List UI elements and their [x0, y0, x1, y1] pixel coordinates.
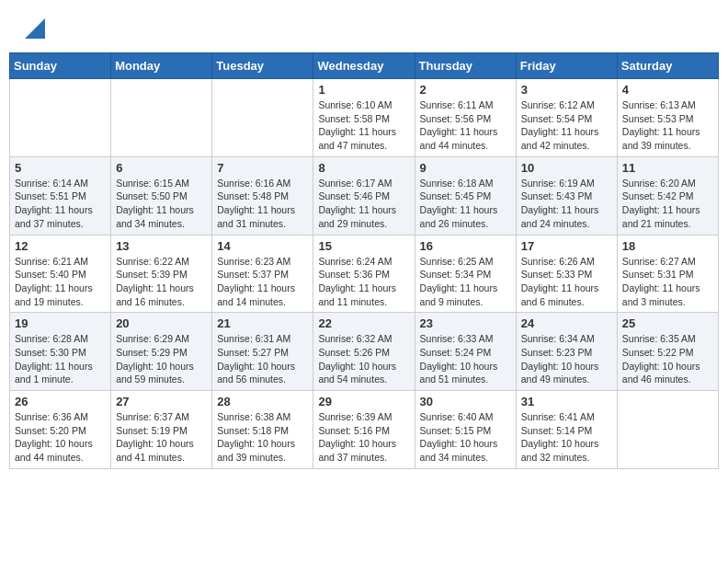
day-info: Sunrise: 6:14 AM Sunset: 5:51 PM Dayligh…	[15, 177, 106, 231]
calendar-day-13: 13Sunrise: 6:22 AM Sunset: 5:39 PM Dayli…	[111, 235, 212, 313]
calendar-day-3: 3Sunrise: 6:12 AM Sunset: 5:54 PM Daylig…	[516, 79, 617, 157]
svg-marker-0	[25, 18, 45, 39]
day-number: 14	[217, 239, 308, 253]
day-info: Sunrise: 6:13 AM Sunset: 5:53 PM Dayligh…	[622, 98, 713, 153]
calendar-header-row: SundayMondayTuesdayWednesdayThursdayFrid…	[10, 53, 719, 79]
day-info: Sunrise: 6:20 AM Sunset: 5:42 PM Dayligh…	[622, 177, 713, 231]
day-number: 1	[318, 83, 409, 97]
calendar-day-17: 17Sunrise: 6:26 AM Sunset: 5:33 PM Dayli…	[516, 235, 617, 313]
calendar-day-22: 22Sunrise: 6:32 AM Sunset: 5:26 PM Dayli…	[313, 313, 415, 391]
day-number: 13	[116, 239, 207, 253]
day-info: Sunrise: 6:21 AM Sunset: 5:40 PM Dayligh…	[15, 255, 106, 309]
day-number: 18	[622, 239, 713, 253]
calendar-day-2: 2Sunrise: 6:11 AM Sunset: 5:56 PM Daylig…	[415, 79, 516, 157]
weekday-header-saturday: Saturday	[617, 53, 718, 79]
day-number: 20	[116, 316, 207, 330]
weekday-header-sunday: Sunday	[10, 53, 111, 79]
logo-content	[23, 18, 45, 43]
day-number: 10	[521, 161, 612, 175]
day-number: 16	[420, 239, 511, 253]
day-info: Sunrise: 6:22 AM Sunset: 5:39 PM Dayligh…	[116, 255, 207, 309]
day-info: Sunrise: 6:39 AM Sunset: 5:16 PM Dayligh…	[318, 410, 409, 465]
day-number: 22	[318, 316, 409, 330]
calendar-day-12: 12Sunrise: 6:21 AM Sunset: 5:40 PM Dayli…	[10, 235, 111, 313]
calendar-day-8: 8Sunrise: 6:17 AM Sunset: 5:46 PM Daylig…	[313, 156, 415, 235]
calendar-empty-cell	[617, 391, 718, 469]
day-number: 30	[420, 395, 511, 408]
day-info: Sunrise: 6:11 AM Sunset: 5:56 PM Dayligh…	[420, 98, 511, 153]
logo	[23, 18, 45, 43]
calendar-day-29: 29Sunrise: 6:39 AM Sunset: 5:16 PM Dayli…	[313, 391, 415, 469]
day-number: 9	[420, 161, 511, 175]
calendar-day-11: 11Sunrise: 6:20 AM Sunset: 5:42 PM Dayli…	[617, 156, 718, 235]
day-number: 4	[622, 83, 713, 97]
logo-triangle-icon	[25, 18, 45, 39]
day-number: 19	[15, 316, 106, 330]
day-info: Sunrise: 6:32 AM Sunset: 5:26 PM Dayligh…	[318, 332, 409, 386]
calendar-week-row: 19Sunrise: 6:28 AM Sunset: 5:30 PM Dayli…	[10, 313, 719, 391]
day-info: Sunrise: 6:23 AM Sunset: 5:37 PM Dayligh…	[217, 255, 308, 309]
day-number: 24	[521, 316, 612, 330]
calendar-day-27: 27Sunrise: 6:37 AM Sunset: 5:19 PM Dayli…	[111, 391, 212, 469]
calendar-day-16: 16Sunrise: 6:25 AM Sunset: 5:34 PM Dayli…	[415, 235, 516, 313]
weekday-header-tuesday: Tuesday	[212, 53, 313, 79]
day-info: Sunrise: 6:26 AM Sunset: 5:33 PM Dayligh…	[521, 255, 612, 309]
calendar-week-row: 26Sunrise: 6:36 AM Sunset: 5:20 PM Dayli…	[10, 391, 719, 469]
calendar-day-7: 7Sunrise: 6:16 AM Sunset: 5:48 PM Daylig…	[212, 156, 313, 235]
day-info: Sunrise: 6:19 AM Sunset: 5:43 PM Dayligh…	[521, 177, 612, 231]
weekday-header-friday: Friday	[516, 53, 617, 79]
day-info: Sunrise: 6:18 AM Sunset: 5:45 PM Dayligh…	[420, 177, 511, 231]
calendar-day-18: 18Sunrise: 6:27 AM Sunset: 5:31 PM Dayli…	[617, 235, 718, 313]
calendar-day-4: 4Sunrise: 6:13 AM Sunset: 5:53 PM Daylig…	[617, 79, 718, 157]
day-number: 28	[217, 395, 308, 408]
calendar-day-24: 24Sunrise: 6:34 AM Sunset: 5:23 PM Dayli…	[516, 313, 617, 391]
day-info: Sunrise: 6:41 AM Sunset: 5:14 PM Dayligh…	[521, 410, 612, 465]
calendar-table: SundayMondayTuesdayWednesdayThursdayFrid…	[9, 52, 719, 469]
day-info: Sunrise: 6:34 AM Sunset: 5:23 PM Dayligh…	[521, 332, 612, 386]
calendar-week-row: 1Sunrise: 6:10 AM Sunset: 5:58 PM Daylig…	[10, 79, 719, 157]
weekday-header-wednesday: Wednesday	[313, 53, 415, 79]
calendar-day-10: 10Sunrise: 6:19 AM Sunset: 5:43 PM Dayli…	[516, 156, 617, 235]
calendar-day-23: 23Sunrise: 6:33 AM Sunset: 5:24 PM Dayli…	[415, 313, 516, 391]
calendar-day-25: 25Sunrise: 6:35 AM Sunset: 5:22 PM Dayli…	[617, 313, 718, 391]
day-info: Sunrise: 6:35 AM Sunset: 5:22 PM Dayligh…	[622, 332, 713, 386]
day-info: Sunrise: 6:31 AM Sunset: 5:27 PM Dayligh…	[217, 332, 308, 386]
day-number: 3	[521, 83, 612, 97]
day-info: Sunrise: 6:28 AM Sunset: 5:30 PM Dayligh…	[15, 332, 106, 386]
day-number: 26	[15, 395, 106, 408]
day-number: 21	[217, 316, 308, 330]
calendar-day-14: 14Sunrise: 6:23 AM Sunset: 5:37 PM Dayli…	[212, 235, 313, 313]
calendar-day-30: 30Sunrise: 6:40 AM Sunset: 5:15 PM Dayli…	[415, 391, 516, 469]
day-info: Sunrise: 6:29 AM Sunset: 5:29 PM Dayligh…	[116, 332, 207, 386]
day-number: 29	[318, 395, 409, 408]
day-number: 5	[15, 161, 106, 175]
day-number: 8	[318, 161, 409, 175]
calendar-day-26: 26Sunrise: 6:36 AM Sunset: 5:20 PM Dayli…	[10, 391, 111, 469]
day-info: Sunrise: 6:16 AM Sunset: 5:48 PM Dayligh…	[217, 177, 308, 231]
day-info: Sunrise: 6:38 AM Sunset: 5:18 PM Dayligh…	[217, 410, 308, 465]
calendar-day-20: 20Sunrise: 6:29 AM Sunset: 5:29 PM Dayli…	[111, 313, 212, 391]
calendar-day-1: 1Sunrise: 6:10 AM Sunset: 5:58 PM Daylig…	[313, 79, 415, 157]
calendar-day-21: 21Sunrise: 6:31 AM Sunset: 5:27 PM Dayli…	[212, 313, 313, 391]
calendar-empty-cell	[111, 79, 212, 157]
day-info: Sunrise: 6:25 AM Sunset: 5:34 PM Dayligh…	[420, 255, 511, 309]
day-info: Sunrise: 6:33 AM Sunset: 5:24 PM Dayligh…	[420, 332, 511, 386]
day-number: 11	[622, 161, 713, 175]
calendar-empty-cell	[212, 79, 313, 157]
day-info: Sunrise: 6:37 AM Sunset: 5:19 PM Dayligh…	[116, 410, 207, 465]
day-info: Sunrise: 6:15 AM Sunset: 5:50 PM Dayligh…	[116, 177, 207, 231]
day-number: 27	[116, 395, 207, 408]
day-number: 2	[420, 83, 511, 97]
calendar-day-28: 28Sunrise: 6:38 AM Sunset: 5:18 PM Dayli…	[212, 391, 313, 469]
day-number: 15	[318, 239, 409, 253]
calendar-week-row: 12Sunrise: 6:21 AM Sunset: 5:40 PM Dayli…	[10, 235, 719, 313]
calendar-week-row: 5Sunrise: 6:14 AM Sunset: 5:51 PM Daylig…	[10, 156, 719, 235]
calendar-day-31: 31Sunrise: 6:41 AM Sunset: 5:14 PM Dayli…	[516, 391, 617, 469]
day-number: 12	[15, 239, 106, 253]
day-info: Sunrise: 6:10 AM Sunset: 5:58 PM Dayligh…	[318, 98, 409, 153]
calendar-body: 1Sunrise: 6:10 AM Sunset: 5:58 PM Daylig…	[10, 79, 719, 469]
day-info: Sunrise: 6:24 AM Sunset: 5:36 PM Dayligh…	[318, 255, 409, 309]
day-number: 6	[116, 161, 207, 175]
day-number: 23	[420, 316, 511, 330]
day-info: Sunrise: 6:12 AM Sunset: 5:54 PM Dayligh…	[521, 98, 612, 153]
